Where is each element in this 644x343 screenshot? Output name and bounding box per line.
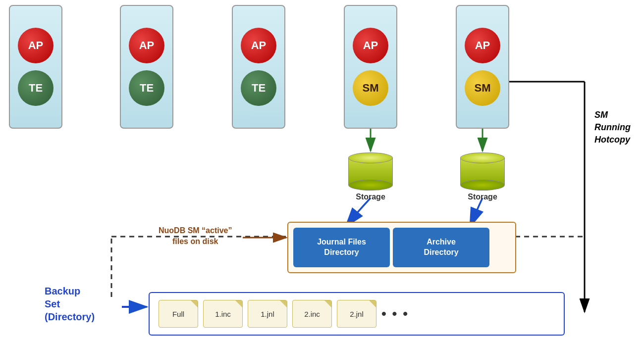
storage-label-1: Storage	[356, 193, 385, 201]
sm-circle-1: SM	[353, 70, 388, 106]
node-card-1: AP TE	[9, 5, 62, 129]
file-1jnl: 1.jnl	[248, 300, 287, 328]
file-1inc: 1.inc	[203, 300, 243, 328]
ap-circle-1: AP	[18, 28, 54, 63]
cyl-bottom-2	[460, 180, 505, 191]
file-2inc: 2.inc	[292, 300, 332, 328]
sm-circle-2: SM	[465, 70, 500, 106]
te-circle-2: TE	[129, 70, 164, 106]
sm-running-label: SM Running Hotcopy	[594, 109, 631, 147]
cyl-top-1	[348, 152, 393, 163]
file-2jnl: 2.jnl	[337, 300, 376, 328]
ap-circle-5: AP	[465, 28, 500, 63]
storage-2: Storage	[460, 152, 505, 201]
node-card-3: AP TE	[232, 5, 285, 129]
backup-set-container: Full 1.inc 1.jnl 2.inc 2.jnl • • •	[149, 292, 565, 336]
file-full: Full	[159, 300, 198, 328]
node-card-5: AP SM	[456, 5, 509, 129]
ap-circle-4: AP	[353, 28, 388, 63]
ap-circle-2: AP	[129, 28, 164, 63]
te-circle-1: TE	[18, 70, 54, 106]
node-card-2: AP TE	[120, 5, 173, 129]
cyl-bottom-1	[348, 180, 393, 191]
te-circle-3: TE	[241, 70, 276, 106]
nuodb-label: NuoDB SM “active” files on disk	[159, 225, 232, 247]
main-canvas: AP TE AP TE AP TE AP SM AP	[0, 0, 644, 343]
storage-label-2: Storage	[468, 193, 497, 201]
cyl-top-2	[460, 152, 505, 163]
backup-set-label: Backup Set (Directory)	[45, 285, 95, 323]
ellipsis-dots: • • •	[381, 306, 409, 322]
journal-files-dir: Journal Files Directory	[293, 228, 390, 267]
node-card-4: AP SM	[344, 5, 397, 129]
storage-1: Storage	[348, 152, 393, 201]
ap-circle-3: AP	[241, 28, 276, 63]
archive-dir: Archive Directory	[393, 228, 489, 267]
files-container: Journal Files Directory Archive Director…	[287, 222, 516, 273]
